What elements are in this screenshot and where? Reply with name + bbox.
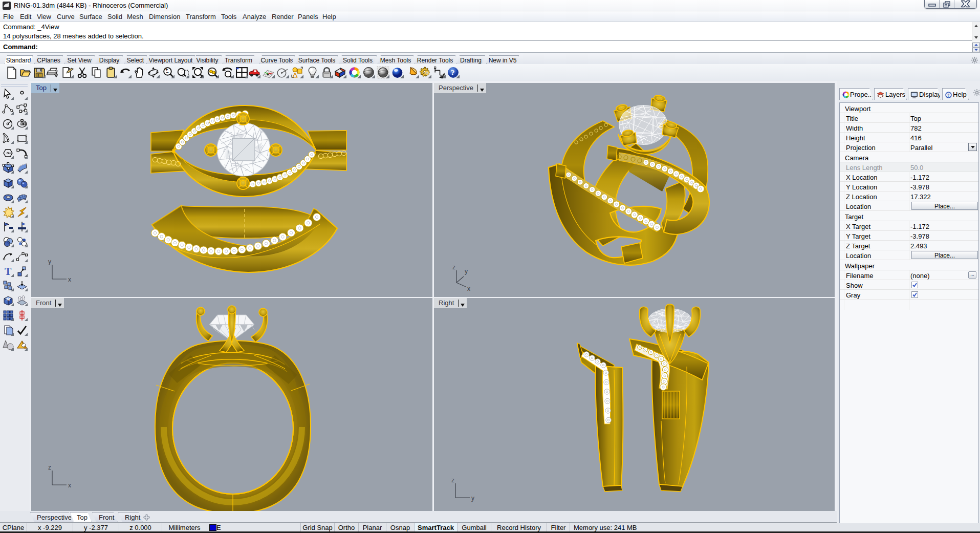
svg-text:z: z (451, 477, 454, 484)
svg-text:?: ? (451, 68, 455, 77)
svg-text:z: z (48, 464, 51, 471)
svg-text:y: y (465, 268, 468, 275)
svg-text:z: z (452, 264, 455, 271)
svg-text:M: M (7, 297, 10, 302)
svg-text:−: − (166, 70, 169, 75)
svg-text:y: y (48, 258, 51, 265)
svg-text:x: x (68, 276, 71, 283)
svg-text:x: x (467, 285, 470, 292)
svg-text:x: x (68, 482, 71, 489)
svg-text:y: y (471, 495, 474, 502)
svg-text:?: ? (947, 93, 949, 98)
